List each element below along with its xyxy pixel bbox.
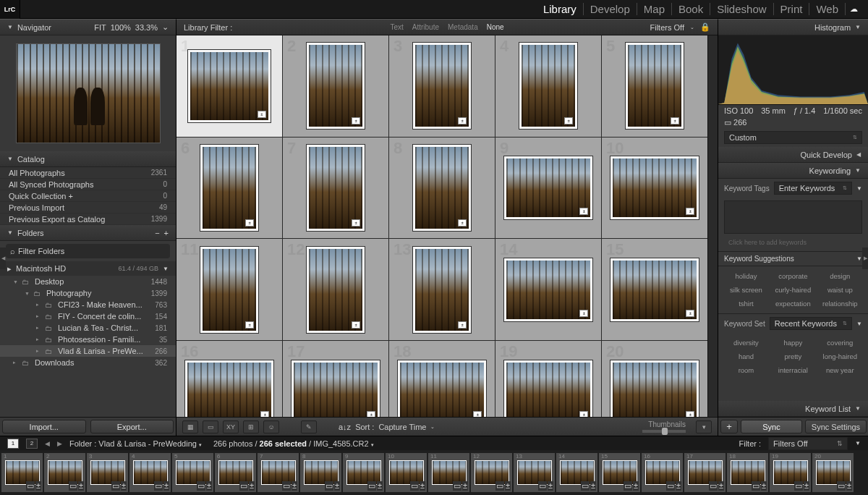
status-filter-select[interactable]: Filters Off ⇅ [768,437,848,450]
sync-settings-button[interactable]: Sync Settings [805,420,867,433]
filmstrip-cell[interactable]: 3▭± [87,453,128,492]
sort-control[interactable]: a↓z Sort : Capture Time ⌄ [339,423,435,431]
keyword-set-item[interactable]: room [723,363,770,377]
module-book[interactable]: Book [672,3,710,15]
filmstrip-cell[interactable]: 1▭± [1,453,43,492]
catalog-row[interactable]: All Synced Photographs0 [0,179,176,190]
minus-icon[interactable]: − [155,229,159,237]
sync-button[interactable]: Sync [741,420,802,433]
navigator-preview[interactable] [0,35,176,151]
sort-direction-icon[interactable]: a↓z [339,423,351,431]
module-develop[interactable]: Develop [584,3,637,15]
catalog-row[interactable]: Quick Collection +0 [0,190,176,202]
filmstrip-cell[interactable]: 8▭± [300,453,341,492]
filter-tab-text[interactable]: Text [390,23,403,31]
histogram-header[interactable]: Histogram ▼ [718,20,868,35]
filmstrip-cell[interactable]: 13▭± [514,453,555,492]
keyword-tags-select[interactable]: Enter Keywords ⇅ [774,182,852,195]
keyword-suggestion[interactable]: waist up [817,283,864,297]
grid-cell[interactable]: 3± [389,35,495,137]
keyword-set-item[interactable]: hand [723,350,770,363]
filters-off-dropdown[interactable]: Filters Off [650,23,684,32]
filmstrip-cell[interactable]: 9▭± [343,453,384,492]
folder-row[interactable]: ▸🗀FIY - Concert de colin...154 [0,310,176,322]
grid-scrollbar[interactable] [707,35,718,417]
keyword-textarea[interactable] [724,200,862,234]
filmstrip[interactable]: 1▭±2▭±3▭±4▭±5▭±6▭±7▭±8▭±9▭±10▭±11▭±12▭±1… [0,450,868,495]
status-folder[interactable]: Folder : Vlad & Larisa - PreWedding ▾ [69,439,202,448]
keyword-list-header[interactable]: Keyword List ▼ [718,401,868,417]
filmstrip-cell[interactable]: 12▭± [471,453,512,492]
screen-1-button[interactable]: 1 [7,439,19,449]
right-panel-collapse-icon[interactable]: ▶ [862,248,868,269]
grid-cell[interactable]: 5± [602,35,707,137]
keyword-suggestion[interactable]: corporate [770,269,817,283]
filmstrip-cell[interactable]: 16▭± [642,453,683,492]
nav-33[interactable]: 33.3% [135,23,158,32]
grid-view-icon[interactable]: ▦ [182,420,198,433]
folder-row[interactable]: ▸🗀Photosession - Famili...35 [0,334,176,345]
folder-row[interactable]: ▸🗀Vlad & Larisa - PreWe...266 [0,345,176,357]
navigator-header[interactable]: ▼ Navigator FIT 100% 33.3% ⌄ [0,20,176,35]
folder-row[interactable]: ▼🗀Desktop1448 [0,276,176,287]
chevron-down-icon[interactable]: ▼ [163,266,169,272]
grid-cell[interactable]: 1± [176,35,282,137]
module-map[interactable]: Map [637,3,672,15]
nav-back-icon[interactable]: ◀ [45,440,50,447]
grid-cell[interactable]: 15± [602,239,707,340]
module-print[interactable]: Print [774,3,810,15]
module-web[interactable]: Web [809,3,846,15]
compare-view-icon[interactable]: XY [223,420,239,433]
filter-tab-metadata[interactable]: Metadata [448,23,478,31]
thumbnail-grid[interactable]: 1±2±3±4±5±6±7±8±9±10±11±12±13±14±15±16±1… [176,35,707,417]
filmstrip-cell[interactable]: 2▭± [44,453,85,492]
drive-row[interactable]: ▸ Macintosh HD 61.4 / 494 GB ▼ [0,261,176,276]
cloud-sync-icon[interactable]: ☁ [846,4,862,14]
survey-view-icon[interactable]: ⊞ [243,420,259,433]
keyword-set-item[interactable]: interracial [770,363,817,377]
grid-cell[interactable]: 20± [602,341,707,417]
people-view-icon[interactable]: ☺ [263,420,279,433]
catalog-row[interactable]: Previous Import49 [0,202,176,213]
keyword-suggestion[interactable]: holiday [723,269,770,283]
keyword-set-select[interactable]: Recent Keywords ⇅ [770,317,852,330]
grid-cell[interactable]: 11± [176,239,282,340]
folder-row[interactable]: ▼🗀Photography1399 [0,287,176,299]
plus-icon[interactable]: + [164,229,169,237]
grid-cell[interactable]: 9± [495,138,601,239]
module-library[interactable]: Library [537,3,584,15]
painter-icon[interactable]: ✎ [301,420,317,433]
module-slideshow[interactable]: Slideshow [710,3,773,15]
grid-cell[interactable]: 4± [495,35,601,137]
keyword-suggestion[interactable]: curly-haired [770,283,817,297]
import-button[interactable]: Import... [2,420,86,433]
keyword-set-item[interactable]: new year [817,363,864,377]
keyword-set-item[interactable]: pretty [770,350,817,363]
triangle-down-icon[interactable]: ▼ [856,185,862,192]
grid-cell[interactable]: 16± [176,341,282,417]
thumbnail-size-control[interactable]: Thumbnails [642,420,686,433]
plus-button[interactable]: + [720,420,738,433]
keyword-set-item[interactable]: happy [770,336,817,350]
keyword-suggestion[interactable]: silk screen [723,283,770,297]
filmstrip-cell[interactable]: 6▭± [215,453,256,492]
histogram[interactable] [718,35,868,105]
filmstrip-cell[interactable]: 20▭± [812,453,854,492]
folder-row[interactable]: ▸🗀Downloads362 [0,357,176,368]
chevron-down-icon[interactable]: ▾ [696,420,712,433]
screen-2-button[interactable]: 2 [26,439,38,449]
keyword-sugg-header[interactable]: Keyword Suggestions ▼ [718,251,868,266]
catalog-row[interactable]: All Photographs2361 [0,167,176,179]
keyword-set-item[interactable]: covering [817,336,864,350]
keyword-suggestion[interactable]: tshirt [723,297,770,310]
keyword-set-item[interactable]: long-haired [817,350,864,363]
filmstrip-cell[interactable]: 15▭± [599,453,640,492]
keyword-set-item[interactable]: diversity [723,336,770,350]
catalog-header[interactable]: ▼ Catalog [0,151,176,167]
thumbnail-slider[interactable] [642,430,686,433]
keyword-hint[interactable]: Click here to add keywords [724,237,862,248]
triangle-down-icon[interactable]: ▼ [856,321,862,327]
grid-cell[interactable]: 6± [176,138,282,239]
filmstrip-cell[interactable]: 19▭± [770,453,811,492]
keyword-suggestion[interactable]: relationship [817,297,864,310]
